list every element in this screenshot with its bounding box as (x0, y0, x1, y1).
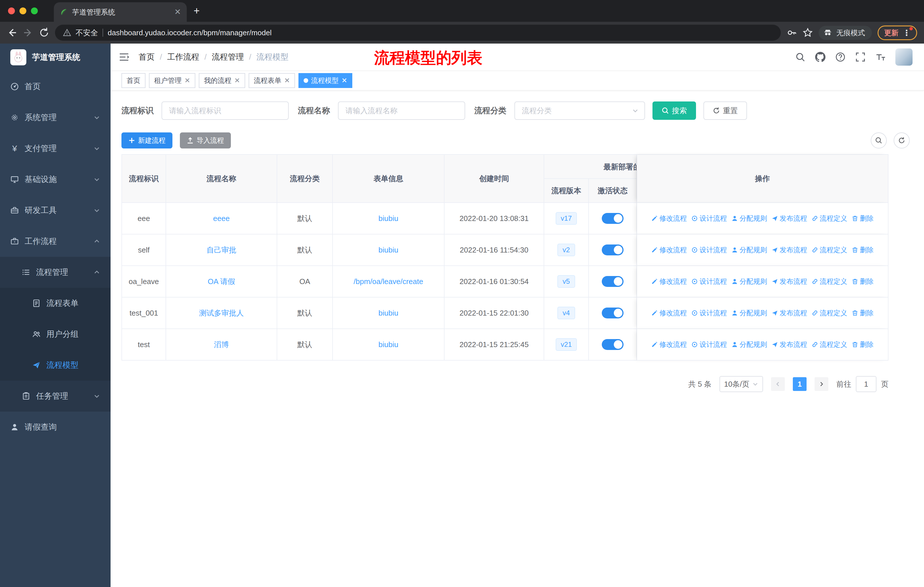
process-name-link[interactable]: 测试多审批人 (199, 308, 244, 318)
active-toggle[interactable] (602, 213, 624, 224)
close-window-button[interactable] (8, 7, 15, 14)
assign-rule-link[interactable]: 分配规则 (731, 308, 767, 317)
sidebar-item-user-group[interactable]: 用户分组 (0, 319, 111, 350)
sidebar-toggle-icon[interactable] (119, 51, 129, 63)
process-definition-link[interactable]: 流程定义 (812, 277, 847, 286)
refresh-table-button[interactable] (894, 132, 910, 149)
app-logo[interactable]: 芋道管理系统 (0, 43, 111, 71)
tag-close-icon[interactable]: ✕ (342, 77, 347, 84)
publish-process-link[interactable]: 发布流程 (772, 245, 807, 255)
tag-my-process[interactable]: 我的流程 ✕ (199, 73, 245, 88)
process-definition-link[interactable]: 流程定义 (812, 340, 847, 349)
process-definition-link[interactable]: 流程定义 (812, 308, 847, 317)
search-icon[interactable] (795, 52, 805, 62)
form-info-link[interactable]: biubiu (378, 214, 398, 223)
process-definition-link[interactable]: 流程定义 (812, 214, 847, 223)
process-name-link[interactable]: eeee (213, 214, 230, 223)
page-number-1[interactable]: 1 (793, 377, 807, 391)
version-badge[interactable]: v4 (558, 307, 575, 319)
publish-process-link[interactable]: 发布流程 (772, 308, 807, 317)
create-process-button[interactable]: 新建流程 (121, 132, 172, 149)
tag-close-icon[interactable]: ✕ (284, 77, 290, 84)
version-badge[interactable]: v17 (556, 212, 577, 225)
sidebar-item-workflow[interactable]: 工作流程 (0, 226, 111, 257)
tag-home[interactable]: 首页 (121, 73, 145, 88)
sidebar-item-leave-query[interactable]: 请假查询 (0, 412, 111, 443)
form-info-link[interactable]: biubiu (378, 246, 398, 255)
sidebar-item-infrastructure[interactable]: 基础设施 (0, 164, 111, 195)
sidebar-item-payment[interactable]: ¥ 支付管理 (0, 133, 111, 164)
process-key-input[interactable] (162, 101, 289, 120)
design-process-link[interactable]: 设计流程 (691, 214, 727, 223)
category-select[interactable]: 流程分类 (515, 101, 645, 120)
form-info-link[interactable]: biubiu (378, 309, 398, 317)
tag-process-model[interactable]: 流程模型 ✕ (299, 73, 352, 88)
password-key-icon[interactable] (787, 28, 797, 38)
version-badge[interactable]: v21 (556, 338, 577, 351)
process-name-input[interactable] (338, 101, 465, 120)
active-toggle[interactable] (602, 308, 624, 318)
zoom-window-button[interactable] (31, 7, 38, 14)
assign-rule-link[interactable]: 分配规则 (731, 340, 767, 349)
sidebar-item-process-form[interactable]: 流程表单 (0, 288, 111, 319)
browser-update-button[interactable]: 更新 ⋮ (878, 25, 917, 40)
delete-process-link[interactable]: 删除 (852, 308, 874, 317)
help-icon[interactable] (835, 52, 845, 62)
design-process-link[interactable]: 设计流程 (691, 245, 727, 255)
process-name-link[interactable]: 滔博 (214, 340, 229, 350)
assign-rule-link[interactable]: 分配规则 (731, 277, 767, 286)
tab-close-icon[interactable]: ✕ (175, 8, 181, 16)
design-process-link[interactable]: 设计流程 (691, 340, 727, 349)
version-badge[interactable]: v5 (558, 275, 575, 288)
address-bar[interactable]: 不安全 dashboard.yudao.iocoder.cn/bpm/manag… (55, 25, 781, 41)
tag-close-icon[interactable]: ✕ (185, 77, 190, 84)
edit-process-link[interactable]: 修改流程 (651, 277, 687, 286)
next-page-button[interactable] (815, 377, 828, 391)
process-name-link[interactable]: OA 请假 (208, 276, 235, 287)
font-size-icon[interactable] (875, 52, 886, 62)
breadcrumb-item-process-management[interactable]: 流程管理 (212, 51, 244, 63)
sidebar-item-process-model[interactable]: 流程模型 (0, 350, 111, 380)
delete-process-link[interactable]: 删除 (852, 277, 874, 286)
goto-page-input[interactable] (856, 376, 876, 392)
edit-process-link[interactable]: 修改流程 (651, 308, 687, 317)
reload-icon[interactable] (39, 28, 49, 38)
tag-process-form[interactable]: 流程表单 ✕ (249, 73, 295, 88)
active-toggle[interactable] (602, 276, 624, 287)
active-toggle[interactable] (602, 245, 624, 255)
design-process-link[interactable]: 设计流程 (691, 277, 727, 286)
bookmark-star-icon[interactable] (803, 28, 813, 38)
version-badge[interactable]: v2 (558, 244, 575, 256)
assign-rule-link[interactable]: 分配规则 (731, 214, 767, 223)
publish-process-link[interactable]: 发布流程 (772, 277, 807, 286)
search-button[interactable]: 搜索 (652, 101, 696, 120)
sidebar-item-process-management[interactable]: 流程管理 (0, 257, 111, 288)
reset-button[interactable]: 重置 (703, 101, 747, 120)
edit-process-link[interactable]: 修改流程 (651, 214, 687, 223)
delete-process-link[interactable]: 删除 (852, 245, 874, 255)
process-name-link[interactable]: 自己审批 (206, 245, 236, 255)
sidebar-item-system[interactable]: 系统管理 (0, 102, 111, 133)
form-info-link[interactable]: biubiu (378, 340, 398, 349)
delete-process-link[interactable]: 删除 (852, 340, 874, 349)
github-icon[interactable] (815, 52, 825, 62)
fullscreen-icon[interactable] (855, 52, 866, 62)
sidebar-item-home[interactable]: 首页 (0, 71, 111, 102)
sidebar-item-devtools[interactable]: 研发工具 (0, 195, 111, 226)
form-info-link[interactable]: /bpm/oa/leave/create (354, 277, 423, 286)
browser-menu-icon[interactable]: ⋮ (903, 28, 911, 38)
delete-process-link[interactable]: 删除 (852, 214, 874, 223)
edit-process-link[interactable]: 修改流程 (651, 245, 687, 255)
back-icon[interactable] (7, 28, 17, 38)
assign-rule-link[interactable]: 分配规则 (731, 245, 767, 255)
publish-process-link[interactable]: 发布流程 (772, 340, 807, 349)
new-tab-button[interactable]: + (187, 5, 206, 17)
breadcrumb-item-workflow[interactable]: 工作流程 (167, 51, 200, 63)
edit-process-link[interactable]: 修改流程 (651, 340, 687, 349)
prev-page-button[interactable] (771, 377, 785, 391)
browser-tab[interactable]: 芋道管理系统 ✕ (54, 2, 187, 22)
publish-process-link[interactable]: 发布流程 (772, 214, 807, 223)
page-size-select[interactable]: 10条/页 (719, 376, 763, 392)
import-process-button[interactable]: 导入流程 (180, 132, 231, 149)
active-toggle[interactable] (602, 339, 624, 350)
